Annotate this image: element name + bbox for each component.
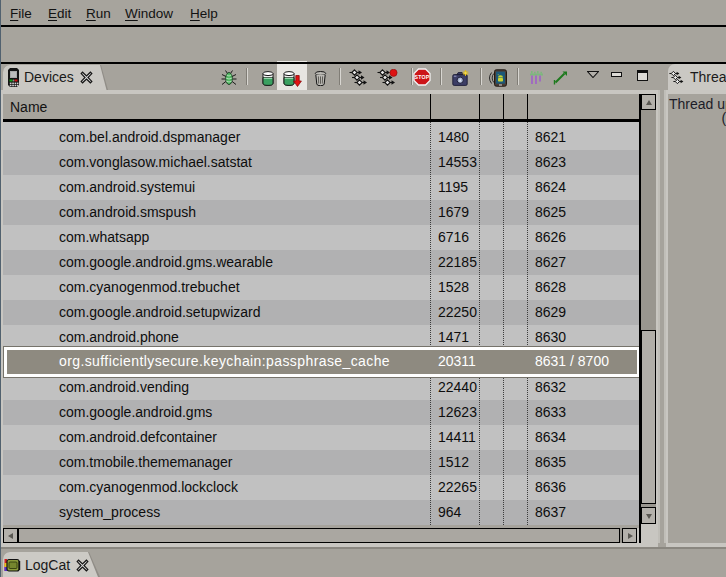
svg-text:STOP: STOP	[415, 74, 430, 80]
